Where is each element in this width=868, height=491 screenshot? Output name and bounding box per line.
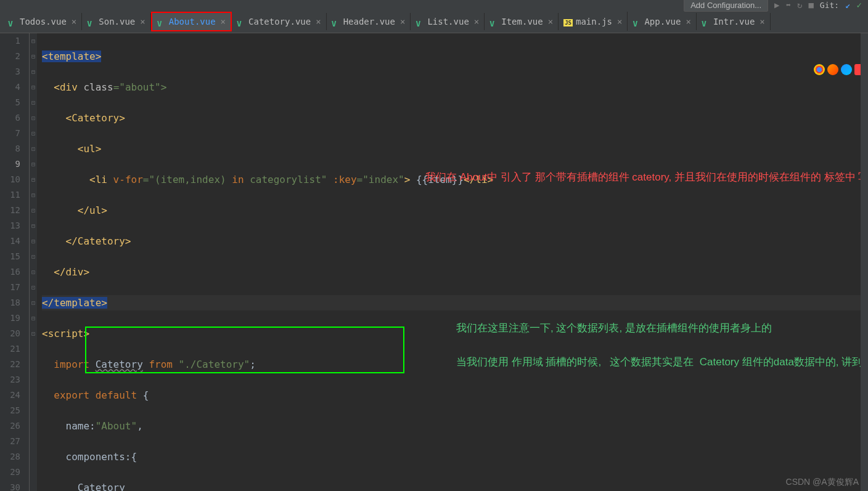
safari-icon[interactable]	[841, 64, 852, 75]
git-label: Git:	[820, 1, 839, 10]
chrome-icon[interactable]	[814, 64, 825, 75]
vue-icon	[633, 17, 641, 26]
close-icon[interactable]: ×	[617, 17, 622, 26]
browser-icons	[811, 62, 868, 78]
tab-todos[interactable]: Todos.vue×	[3, 13, 82, 30]
close-icon[interactable]: ×	[400, 17, 405, 26]
tab-header[interactable]: Header.vue×	[327, 13, 411, 30]
vue-icon	[489, 17, 498, 26]
git-commit-icon[interactable]: ✓	[857, 0, 862, 10]
js-icon	[563, 15, 573, 27]
close-icon[interactable]: ×	[474, 17, 479, 26]
tab-mainjs[interactable]: main.js×	[559, 12, 628, 31]
tab-about[interactable]: About.vue×	[151, 12, 232, 31]
restart-icon[interactable]: ↻	[797, 0, 802, 10]
vue-icon	[332, 17, 340, 26]
tab-list[interactable]: List.vue×	[411, 13, 485, 30]
vue-icon	[157, 17, 166, 26]
vue-icon	[8, 17, 17, 26]
tab-app[interactable]: App.vue×	[628, 13, 696, 30]
vue-icon	[702, 17, 710, 26]
annotation-green-2: 当我们使用 作用域 插槽的时候, 这个数据其实是在 Catetory 组件的da…	[456, 354, 857, 371]
add-configuration-button[interactable]: Add Configuration...	[684, 0, 768, 12]
code-area[interactable]: <template> <div class="about"> <Catetory…	[37, 33, 868, 491]
debug-icon[interactable]: ⬌	[786, 0, 791, 10]
tab-son[interactable]: Son.vue×	[82, 13, 150, 30]
close-icon[interactable]: ×	[548, 17, 553, 26]
tab-item[interactable]: Item.vue×	[485, 13, 559, 30]
vue-icon	[237, 17, 245, 26]
tab-intr[interactable]: Intr.vue×	[697, 13, 771, 30]
stop-icon[interactable]: ■	[808, 0, 813, 10]
firefox-icon[interactable]	[827, 64, 838, 75]
close-icon[interactable]: ×	[316, 17, 321, 26]
vue-icon	[87, 17, 96, 26]
play-icon[interactable]: ▶	[774, 0, 779, 10]
top-toolbar: Add Configuration... ▶ ⬌ ↻ ■ Git: ↙ ✓	[0, 0, 868, 10]
vue-icon	[416, 17, 424, 26]
annotation-green-1: 我们在这里注意一下, 这个数据列表, 是放在插槽组件的使用者身上的	[456, 320, 857, 337]
watermark: CSDN @A黄俊辉A	[786, 477, 859, 488]
tab-catetory[interactable]: Catetory.vue×	[232, 13, 327, 30]
close-icon[interactable]: ×	[760, 17, 764, 26]
scrollbar[interactable]	[861, 33, 868, 491]
git-pull-icon[interactable]: ↙	[845, 0, 850, 10]
fold-column[interactable]: ⊟⊟⊟⊟⊡⊡⊡⊡⊟⊟⊟⊡⊟⊟⊡⊡⊡⊡⊟⊡	[30, 33, 37, 491]
line-number-gutter[interactable]: 1 2 3 4 5 6 7 8 9 10 11 12 13 14 15 16 1…	[0, 33, 30, 491]
annotation-red: 我们在 About中 引入了 那个带有插槽的组件 catetory, 并且我们在…	[425, 169, 857, 186]
close-icon[interactable]: ×	[140, 17, 145, 26]
close-icon[interactable]: ×	[221, 17, 226, 26]
close-icon[interactable]: ×	[686, 17, 690, 26]
editor-area: 1 2 3 4 5 6 7 8 9 10 11 12 13 14 15 16 1…	[0, 33, 868, 491]
editor-tabs: Todos.vue× Son.vue× About.vue× Catetory.…	[0, 10, 868, 33]
close-icon[interactable]: ×	[72, 17, 76, 26]
